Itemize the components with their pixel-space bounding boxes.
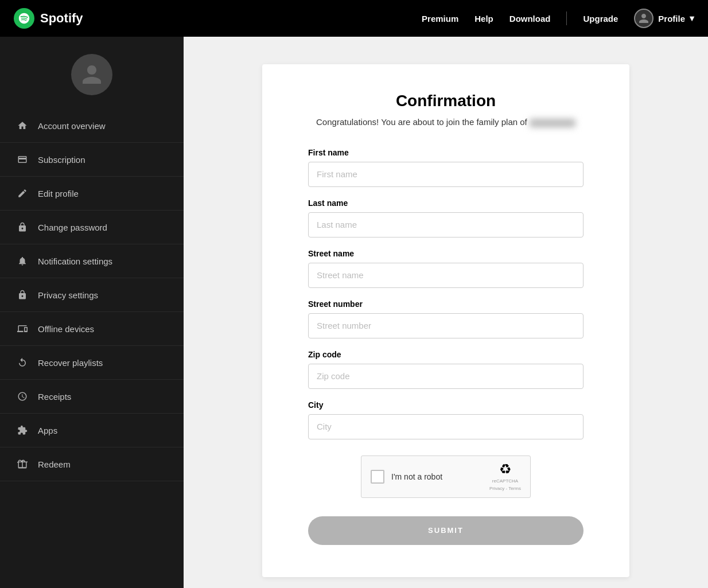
street-number-field[interactable] bbox=[308, 313, 583, 338]
recaptcha-box[interactable]: I'm not a robot ♻ reCAPTCHA Privacy - Te… bbox=[361, 455, 531, 498]
sidebar-item-edit-profile[interactable]: Edit profile bbox=[0, 177, 184, 211]
street-number-label: Street number bbox=[308, 299, 583, 309]
top-navigation: Spotify Premium Help Download Upgrade Pr… bbox=[0, 0, 708, 37]
sidebar-item-label: Notification settings bbox=[38, 256, 112, 266]
sidebar-item-label: Receipts bbox=[38, 392, 71, 402]
page-layout: Account overview Subscription Edit profi… bbox=[0, 37, 708, 588]
download-link[interactable]: Download bbox=[509, 14, 551, 24]
profile-menu[interactable]: Profile ▾ bbox=[634, 9, 694, 28]
topnav-divider bbox=[566, 11, 567, 25]
zip-code-field[interactable] bbox=[308, 364, 583, 389]
upgrade-link[interactable]: Upgrade bbox=[583, 14, 618, 24]
spotify-logo[interactable]: Spotify bbox=[14, 8, 83, 29]
last-name-field[interactable] bbox=[308, 212, 583, 237]
clock-icon bbox=[16, 390, 29, 403]
sidebar-item-apps[interactable]: Apps bbox=[0, 414, 184, 447]
recaptcha-brand-text: reCAPTCHA bbox=[492, 478, 518, 484]
sidebar-item-label: Edit profile bbox=[38, 189, 79, 198]
help-link[interactable]: Help bbox=[474, 14, 493, 24]
recaptcha-checkbox[interactable] bbox=[371, 470, 384, 484]
last-name-label: Last name bbox=[308, 198, 583, 208]
last-name-group: Last name bbox=[308, 198, 583, 237]
sidebar-item-label: Subscription bbox=[38, 155, 85, 165]
recover-icon bbox=[16, 356, 29, 369]
profile-avatar bbox=[634, 9, 653, 28]
recaptcha-logo: ♻ reCAPTCHA Privacy - Terms bbox=[489, 461, 521, 492]
lock-icon bbox=[16, 221, 29, 233]
pencil-icon bbox=[16, 187, 29, 200]
sidebar-item-privacy-settings[interactable]: Privacy settings bbox=[0, 278, 184, 312]
premium-link[interactable]: Premium bbox=[422, 14, 458, 24]
sidebar-item-account-overview[interactable]: Account overview bbox=[0, 109, 184, 143]
topnav-links: Premium Help Download Upgrade Profile ▾ bbox=[422, 9, 694, 28]
devices-icon bbox=[16, 322, 29, 335]
first-name-label: First name bbox=[308, 148, 583, 157]
sidebar-item-label: Redeem bbox=[38, 460, 71, 469]
recaptcha-label: I'm not a robot bbox=[391, 472, 442, 481]
confirmation-card: Confirmation Congratulations! You are ab… bbox=[262, 64, 629, 577]
first-name-field[interactable] bbox=[308, 162, 583, 187]
puzzle-icon bbox=[16, 424, 29, 437]
gift-icon bbox=[16, 458, 29, 470]
sidebar-item-change-password[interactable]: Change password bbox=[0, 211, 184, 244]
city-label: City bbox=[308, 400, 583, 410]
sidebar-item-offline-devices[interactable]: Offline devices bbox=[0, 312, 184, 346]
sidebar-item-notification-settings[interactable]: Notification settings bbox=[0, 244, 184, 278]
profile-label: Profile bbox=[658, 14, 685, 24]
lock2-icon bbox=[16, 289, 29, 301]
card-icon bbox=[16, 153, 29, 166]
zip-code-group: Zip code bbox=[308, 350, 583, 389]
sidebar-avatar-container bbox=[0, 54, 184, 95]
form-subtitle: Congratulations! You are about to join t… bbox=[308, 117, 583, 127]
city-field[interactable] bbox=[308, 414, 583, 439]
home-icon bbox=[16, 119, 29, 132]
sidebar-item-label: Apps bbox=[38, 426, 57, 435]
main-content: Confirmation Congratulations! You are ab… bbox=[184, 37, 708, 588]
sidebar-item-recover-playlists[interactable]: Recover playlists bbox=[0, 346, 184, 380]
zip-code-label: Zip code bbox=[308, 350, 583, 359]
street-name-label: Street name bbox=[308, 249, 583, 258]
sidebar-navigation: Account overview Subscription Edit profi… bbox=[0, 109, 184, 481]
recaptcha-sub-text: Privacy - Terms bbox=[489, 486, 521, 492]
sidebar-item-label: Recover playlists bbox=[38, 358, 103, 368]
submit-button[interactable]: SUBMIT bbox=[308, 516, 583, 545]
street-number-group: Street number bbox=[308, 299, 583, 338]
form-subtitle-text: Congratulations! You are about to join t… bbox=[316, 117, 527, 127]
first-name-group: First name bbox=[308, 148, 583, 187]
sidebar-item-label: Change password bbox=[38, 223, 107, 232]
spotify-wordmark: Spotify bbox=[40, 11, 83, 26]
city-group: City bbox=[308, 400, 583, 439]
street-name-field[interactable] bbox=[308, 263, 583, 288]
profile-chevron-icon: ▾ bbox=[690, 13, 694, 24]
sidebar-user-avatar bbox=[71, 54, 112, 95]
sidebar-item-redeem[interactable]: Redeem bbox=[0, 447, 184, 481]
sidebar: Account overview Subscription Edit profi… bbox=[0, 37, 184, 588]
sidebar-item-subscription[interactable]: Subscription bbox=[0, 143, 184, 177]
sidebar-item-label: Privacy settings bbox=[38, 290, 98, 300]
street-name-group: Street name bbox=[308, 249, 583, 288]
form-title: Confirmation bbox=[308, 92, 583, 110]
family-plan-name-blur bbox=[530, 119, 575, 127]
sidebar-item-label: Offline devices bbox=[38, 324, 94, 334]
sidebar-item-receipts[interactable]: Receipts bbox=[0, 380, 184, 414]
sidebar-item-label: Account overview bbox=[38, 121, 106, 131]
spotify-logo-icon bbox=[14, 8, 34, 29]
bell-icon bbox=[16, 255, 29, 267]
recaptcha-container: I'm not a robot ♻ reCAPTCHA Privacy - Te… bbox=[308, 455, 583, 498]
recaptcha-logo-icon: ♻ bbox=[499, 461, 512, 477]
